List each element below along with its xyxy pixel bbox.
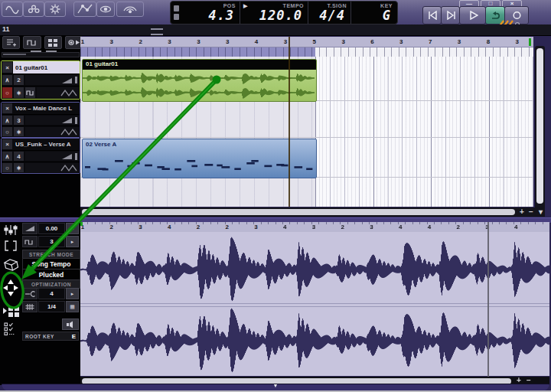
playhead-editor[interactable] xyxy=(487,222,489,384)
zoom-in-button[interactable]: + xyxy=(520,207,524,217)
gain-reset-button[interactable]: × xyxy=(66,223,79,234)
stretch-mode-value[interactable]: Song Tempo xyxy=(22,258,80,270)
monitor-button[interactable]: ∧ xyxy=(2,74,13,86)
mute-button[interactable]: × xyxy=(2,61,13,74)
mute-button[interactable]: × xyxy=(2,139,13,150)
clip-notes xyxy=(83,149,315,177)
hscroll-thumb[interactable] xyxy=(82,209,515,215)
output-number[interactable]: 3 xyxy=(13,115,24,126)
grid-menu-button[interactable]: ▦ xyxy=(66,301,79,312)
automation-button[interactable] xyxy=(73,2,96,17)
eye-icon xyxy=(99,3,112,15)
play-button[interactable] xyxy=(459,6,486,24)
transpose-flag-button[interactable]: ▸ xyxy=(66,236,79,247)
sample-editor-waveform-area[interactable] xyxy=(80,232,549,376)
quantize-menu-button[interactable]: ▸ xyxy=(66,288,79,299)
algorithm-value[interactable]: Plucked xyxy=(22,269,80,280)
envelope-cell[interactable] xyxy=(24,162,80,173)
settings-button[interactable] xyxy=(44,2,66,17)
vscroll-thumb[interactable] xyxy=(536,48,543,204)
cube-tool-icon[interactable] xyxy=(0,256,21,275)
grid-view-icon[interactable] xyxy=(44,36,62,49)
record-arm-button[interactable]: ○ xyxy=(2,87,13,99)
arrangement-vscrollbar[interactable] xyxy=(535,46,545,216)
root-key-row[interactable]: ROOT KEY E xyxy=(22,332,79,341)
key-display[interactable]: KEY G xyxy=(351,2,396,24)
track-name[interactable]: Vox – Male Dance L xyxy=(13,103,80,114)
ruler-label: 2 xyxy=(139,38,142,45)
track-name[interactable]: US_Funk – Verse A xyxy=(13,139,80,150)
ruler-label: 3 xyxy=(168,38,171,45)
envelope-cell[interactable] xyxy=(36,87,80,99)
pos-value: 4.3 xyxy=(208,8,234,23)
editor-snap-marker xyxy=(80,222,83,226)
arrangement-ruler[interactable]: 1323334353637383 xyxy=(80,37,533,47)
step-mode-button[interactable] xyxy=(24,87,36,99)
volume-ramp-cell[interactable] xyxy=(24,151,80,162)
gain-value[interactable]: 0.00 xyxy=(38,223,65,234)
go-to-end-button[interactable] xyxy=(441,6,460,24)
volume-ramp-cell[interactable] xyxy=(24,74,80,86)
collapse-pane-button[interactable]: ▼ xyxy=(269,383,282,388)
transpose-row: 3 ▸ xyxy=(22,236,79,247)
midi-clip-verse[interactable]: 02 Verse A xyxy=(82,139,317,178)
output-number[interactable]: 4 xyxy=(13,151,24,162)
track-count-label: 11 xyxy=(2,25,10,33)
track-row-guitar[interactable]: × 01 guitar01 ∧ 2 ○ ∗ xyxy=(1,60,80,100)
record-arm-button[interactable]: ○ xyxy=(2,162,13,173)
speaker-button[interactable] xyxy=(62,318,79,330)
monitor-view-button[interactable] xyxy=(96,2,115,17)
faders-tool-icon[interactable] xyxy=(0,224,21,237)
output-number[interactable]: 2 xyxy=(13,74,24,86)
audio-clip-guitar[interactable]: 01 guitar01 xyxy=(82,59,317,102)
track-row-usfunk[interactable]: × US_Funk – Verse A ∧ 4 ○ ∗ xyxy=(1,138,80,174)
checklist-tool-icon[interactable] xyxy=(0,322,21,337)
tempo-display[interactable]: ▶ TEMPO 120.0 xyxy=(240,2,308,24)
mixer-button[interactable] xyxy=(23,2,44,17)
zoom-menu-button[interactable]: ▾ xyxy=(539,207,543,217)
fx-button[interactable]: ∗ xyxy=(13,87,24,99)
go-to-start-button[interactable] xyxy=(422,6,442,24)
track-list-scrollbar[interactable] xyxy=(2,52,80,57)
volume-ramp-cell[interactable] xyxy=(24,115,80,126)
monitor-button[interactable]: ∧ xyxy=(2,115,13,126)
grid-play-tool-icon[interactable] xyxy=(0,305,21,318)
panel-splitter-handle[interactable] xyxy=(151,28,163,35)
arrangement-hscrollbar[interactable]: + − ▾ xyxy=(80,207,545,217)
fx-button[interactable]: ∗ xyxy=(13,162,24,173)
track-list-panel: × 01 guitar01 ∧ 2 ○ ∗ xyxy=(0,35,80,217)
snap-point-marker xyxy=(529,38,531,46)
track-name[interactable]: 01 guitar01 xyxy=(13,61,80,74)
ruler-label: 1 xyxy=(81,38,84,45)
fader-endbar xyxy=(75,117,77,124)
transpose-value[interactable]: 3 xyxy=(38,236,65,247)
ruler-label: 3 xyxy=(284,38,287,45)
audition-row xyxy=(22,318,79,330)
mute-button[interactable]: × xyxy=(2,103,13,114)
track-add-list-icon[interactable] xyxy=(2,36,20,49)
step-display-icon[interactable] xyxy=(23,36,41,49)
quantize-value[interactable]: 4 xyxy=(38,288,65,299)
track-row-vox[interactable]: × Vox – Male Dance L ∧ 3 ○ ∗ xyxy=(1,102,80,138)
fx-button[interactable]: ∗ xyxy=(13,126,24,137)
wireless-button[interactable] xyxy=(116,2,144,17)
play-icon xyxy=(468,11,478,20)
timesig-display[interactable]: T.SIGN 4/4 xyxy=(308,2,351,24)
grid-value[interactable]: 1/4 xyxy=(38,301,65,312)
playhead-arrangement[interactable] xyxy=(289,37,290,207)
record-arm-button[interactable]: ○ xyxy=(2,126,13,137)
wave-tool-button[interactable] xyxy=(2,2,23,17)
envelope-cell[interactable] xyxy=(24,126,80,137)
zoom-out-button[interactable]: − xyxy=(529,207,533,217)
warp-tool-icon[interactable] xyxy=(0,278,21,298)
tsign-value: 4/4 xyxy=(319,8,345,23)
arrangement-grid xyxy=(315,57,533,207)
track-list-scroll-thumb[interactable] xyxy=(3,54,26,55)
ruler-label: 3 xyxy=(254,224,257,230)
editor-ruler[interactable]: 1234223432344234 xyxy=(80,222,549,233)
arrangement-area[interactable]: 01 guitar01 02 Verse A xyxy=(80,57,533,207)
ruler-label: 3 xyxy=(110,38,113,45)
position-display[interactable]: POS 4.3 xyxy=(171,2,240,24)
selection-tool-icon[interactable] xyxy=(0,240,21,252)
monitor-button[interactable]: ∧ xyxy=(2,151,13,162)
